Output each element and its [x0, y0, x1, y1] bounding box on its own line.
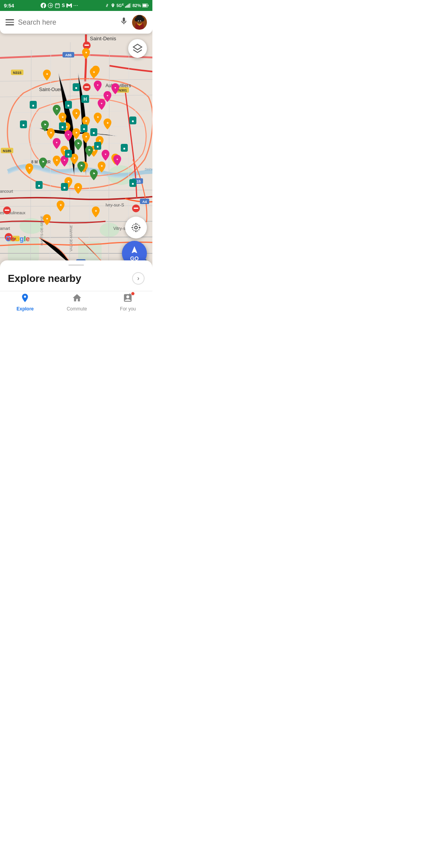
nav-explore[interactable]: Explore	[9, 291, 41, 313]
svg-rect-5	[125, 6, 126, 7]
svg-text:■: ■	[67, 104, 69, 108]
svg-text:★: ★	[97, 115, 99, 119]
mic-icon[interactable]	[120, 17, 128, 28]
svg-text:★: ★	[85, 51, 88, 54]
svg-text:■: ■	[38, 184, 40, 188]
my-location-button[interactable]	[125, 217, 147, 239]
svg-rect-86	[5, 210, 9, 211]
svg-text:■: ■	[83, 127, 85, 131]
battery-display: 82%	[132, 3, 141, 8]
svg-text:■: ■	[132, 182, 134, 186]
svg-text:A86: A86	[65, 53, 72, 57]
status-right-icons: 5GE 82%	[105, 3, 148, 8]
svg-text:★: ★	[93, 70, 95, 74]
svg-rect-6	[126, 5, 127, 8]
svg-text:8 M: 8 M	[31, 160, 38, 164]
svg-text:★: ★	[106, 121, 109, 125]
svg-text:Ivry-sur-S: Ivry-sur-S	[106, 203, 124, 207]
svg-text:N315: N315	[13, 71, 21, 75]
svg-rect-8	[129, 4, 130, 7]
svg-text:⚑: ⚑	[44, 123, 46, 127]
svg-rect-9	[130, 3, 131, 7]
location-status-icon	[111, 3, 115, 8]
svg-text:★: ★	[100, 164, 103, 168]
svg-text:amart: amart	[0, 226, 10, 231]
svg-text:Saint-Ouen: Saint-Ouen	[39, 87, 63, 92]
svg-text:★: ★	[77, 186, 80, 189]
svg-point-165	[135, 226, 138, 229]
svg-line-24	[133, 22, 135, 24]
svg-text:ancourt: ancourt	[0, 189, 13, 194]
for-you-icon	[123, 293, 133, 305]
svg-text:■: ■	[22, 123, 24, 127]
svg-text:⚑: ⚑	[93, 172, 95, 176]
svg-text:★: ★	[85, 135, 88, 138]
bottom-nav: Explore Commute For you	[0, 291, 152, 313]
map-layers-button[interactable]	[128, 39, 147, 58]
svg-text:⚑: ⚑	[88, 149, 91, 152]
hamburger-menu[interactable]	[5, 19, 14, 25]
svg-text:♥: ♥	[107, 94, 108, 97]
commute-label: Commute	[67, 306, 87, 312]
svg-line-25	[144, 22, 146, 24]
search-input[interactable]	[18, 18, 116, 27]
bluetooth-icon	[105, 3, 109, 8]
svg-text:♥: ♥	[116, 158, 118, 161]
svg-text:Seine: Seine	[145, 167, 152, 171]
svg-text:■: ■	[97, 145, 98, 149]
svg-text:⚑: ⚑	[77, 142, 80, 145]
svg-text:H: H	[84, 97, 87, 102]
grammarly-icon	[48, 3, 53, 8]
svg-text:N301: N301	[118, 88, 127, 92]
svg-text:★: ★	[67, 180, 70, 183]
go-arrow-icon	[130, 246, 139, 256]
fb-icon	[41, 3, 46, 8]
explore-nearby-row: Explore nearby ›	[0, 266, 152, 291]
nav-for-you[interactable]: For you	[112, 291, 144, 313]
explore-label: Explore	[16, 306, 34, 312]
svg-text:⚑: ⚑	[80, 164, 83, 168]
svg-text:★: ★	[95, 209, 97, 213]
svg-text:VAL-DE-MARNE: VAL-DE-MARNE	[69, 225, 73, 251]
svg-text:★: ★	[98, 139, 101, 142]
svg-point-29	[20, 218, 43, 234]
svg-text:Saint-Denis: Saint-Denis	[90, 36, 116, 41]
svg-text:★: ★	[50, 131, 52, 135]
svg-rect-88	[134, 208, 138, 209]
svg-text:A4: A4	[142, 200, 147, 204]
explore-nearby-arrow[interactable]: ›	[132, 272, 145, 285]
svg-point-166	[132, 224, 140, 231]
nav-commute[interactable]: Commute	[59, 291, 95, 313]
commute-icon	[72, 293, 82, 305]
notification-icons: S ···	[41, 3, 78, 8]
svg-text:★: ★	[28, 166, 31, 170]
svg-text:N185: N185	[3, 149, 11, 153]
svg-rect-12	[143, 4, 147, 7]
svg-text:■: ■	[67, 152, 69, 156]
user-avatar[interactable]	[132, 15, 147, 30]
explore-nearby-title: Explore nearby	[8, 273, 81, 285]
svg-text:★: ★	[85, 119, 88, 123]
svg-text:⚑: ⚑	[42, 160, 45, 164]
calendar-icon	[55, 3, 60, 8]
svg-rect-171	[75, 297, 76, 299]
svg-rect-84	[84, 86, 89, 88]
svg-text:■: ■	[75, 86, 77, 90]
svg-text:★: ★	[46, 217, 48, 221]
svg-text:♥: ♥	[97, 84, 98, 86]
svg-text:★: ★	[61, 115, 64, 119]
svg-text:★: ★	[75, 131, 78, 135]
svg-rect-11	[148, 5, 148, 6]
more-icons: ···	[73, 3, 78, 8]
bottom-sheet: Explore nearby ›	[0, 260, 152, 291]
svg-text:♥: ♥	[114, 86, 116, 89]
svg-rect-7	[127, 5, 128, 8]
network-icon: 5GE	[116, 3, 124, 8]
svg-text:■: ■	[63, 186, 65, 190]
svg-text:■: ■	[123, 147, 125, 151]
svg-text:★: ★	[75, 111, 78, 115]
svg-text:♥: ♥	[101, 102, 102, 105]
notification-badge	[131, 292, 135, 296]
svg-text:★: ★	[46, 72, 48, 76]
svg-text:♥: ♥	[64, 159, 65, 161]
